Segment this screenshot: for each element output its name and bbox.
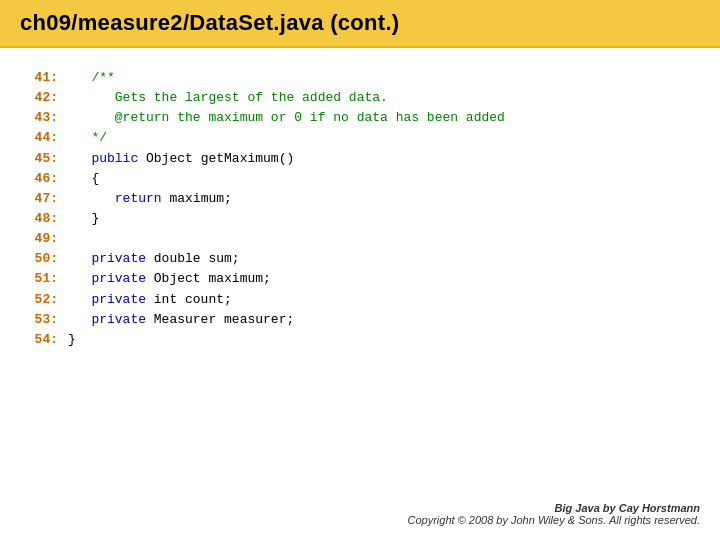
line-number: 46:: [30, 169, 68, 189]
code-text: private int count;: [68, 290, 232, 310]
code-line-46: 46: {: [30, 169, 690, 189]
code-text: Gets the largest of the added data.: [68, 88, 388, 108]
code-line-42: 42: Gets the largest of the added data.: [30, 88, 690, 108]
code-line-48: 48: }: [30, 209, 690, 229]
line-number: 43:: [30, 108, 68, 128]
code-text: }: [68, 209, 99, 229]
line-number: 51:: [30, 269, 68, 289]
line-number: 49:: [30, 229, 68, 249]
line-number: 53:: [30, 310, 68, 330]
code-text: private double sum;: [68, 249, 240, 269]
code-text: private Measurer measurer;: [68, 310, 294, 330]
code-text: public Object getMaximum(): [68, 149, 294, 169]
line-number: 41:: [30, 68, 68, 88]
code-text: /**: [68, 68, 115, 88]
code-text: private Object maximum;: [68, 269, 271, 289]
code-text: @return the maximum or 0 if no data has …: [68, 108, 505, 128]
code-line-41: 41: /**: [30, 68, 690, 88]
code-text: [68, 229, 76, 249]
footer: Big Java by Cay Horstmann Copyright © 20…: [407, 502, 700, 526]
code-line-49: 49:: [30, 229, 690, 249]
header: ch09/measure2/DataSet.java (cont.): [0, 0, 720, 48]
line-number: 48:: [30, 209, 68, 229]
code-line-51: 51: private Object maximum;: [30, 269, 690, 289]
line-number: 44:: [30, 128, 68, 148]
code-line-47: 47: return maximum;: [30, 189, 690, 209]
code-text: }: [68, 330, 76, 350]
line-number: 45:: [30, 149, 68, 169]
code-line-50: 50: private double sum;: [30, 249, 690, 269]
footer-line2: Copyright © 2008 by John Wiley & Sons. A…: [407, 514, 700, 526]
code-text: */: [68, 128, 107, 148]
line-number: 52:: [30, 290, 68, 310]
page-title: ch09/measure2/DataSet.java (cont.): [20, 10, 399, 35]
code-line-54: 54: }: [30, 330, 690, 350]
code-content: 41: /** 42: Gets the largest of the adde…: [0, 48, 720, 370]
code-line-44: 44: */: [30, 128, 690, 148]
code-block: 41: /** 42: Gets the largest of the adde…: [30, 68, 690, 350]
code-line-43: 43: @return the maximum or 0 if no data …: [30, 108, 690, 128]
line-number: 47:: [30, 189, 68, 209]
footer-line1: Big Java by Cay Horstmann: [407, 502, 700, 514]
line-number: 50:: [30, 249, 68, 269]
line-number: 54:: [30, 330, 68, 350]
code-text: return maximum;: [68, 189, 232, 209]
code-line-45: 45: public Object getMaximum(): [30, 149, 690, 169]
code-line-53: 53: private Measurer measurer;: [30, 310, 690, 330]
line-number: 42:: [30, 88, 68, 108]
code-line-52: 52: private int count;: [30, 290, 690, 310]
code-text: {: [68, 169, 99, 189]
